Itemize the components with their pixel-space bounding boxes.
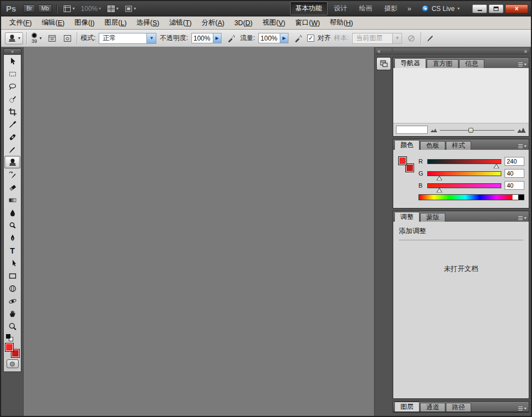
blue-slider[interactable] [427, 183, 501, 188]
toggle-brush-panel-button[interactable] [46, 33, 58, 44]
tab-color[interactable]: 颜色 [394, 140, 420, 150]
screen-mode-dropdown[interactable]: ▾ [123, 5, 138, 13]
opacity-pressure-button[interactable] [225, 33, 237, 44]
tab-navigator[interactable]: 导航器 [394, 58, 426, 68]
navigator-zoom-slider[interactable] [440, 126, 514, 134]
menu-3d[interactable]: 3D(D) [229, 16, 257, 29]
blend-mode-select[interactable]: 正常 ▼ [99, 33, 156, 44]
flow-input[interactable] [259, 35, 280, 42]
rectangle-shape-tool[interactable] [4, 269, 20, 282]
tab-swatches[interactable]: 色板 [420, 141, 445, 150]
menu-select[interactable]: 选择(S) [132, 16, 165, 29]
menu-help[interactable]: 帮助(H) [325, 16, 358, 29]
blue-value-input[interactable] [505, 181, 524, 190]
canvas-area[interactable] [23, 47, 375, 416]
sample-select[interactable]: 当前图层 ▼ [352, 33, 402, 44]
slider-thumb[interactable] [437, 176, 442, 181]
foreground-color-swatch[interactable] [398, 156, 407, 165]
navigator-zoom-input[interactable] [396, 126, 428, 134]
close-button[interactable]: × [505, 4, 528, 13]
red-value-input[interactable] [505, 157, 524, 166]
menu-view[interactable]: 视图(V) [258, 16, 291, 29]
3d-rotate-camera-tool[interactable] [4, 295, 20, 307]
tab-histogram[interactable]: 直方图 [427, 59, 459, 68]
slider-thumb[interactable] [494, 164, 499, 168]
menu-edit[interactable]: 编辑(E) [37, 16, 70, 29]
foreground-color-swatch[interactable] [5, 343, 14, 352]
tab-info[interactable]: 信息 [459, 59, 484, 68]
menu-file[interactable]: 文件(F) [4, 16, 37, 29]
panel-menu-button[interactable] [518, 60, 527, 70]
opacity-input[interactable] [192, 35, 213, 42]
opacity-field[interactable]: ▶ [191, 33, 222, 43]
spot-healing-brush-tool[interactable] [4, 131, 20, 143]
tab-channels[interactable]: 通道 [420, 403, 445, 412]
collapsed-panel-button[interactable] [376, 57, 391, 70]
slider-thumb[interactable] [468, 128, 473, 133]
aligned-checkbox[interactable]: ✓ [307, 35, 314, 42]
tab-styles[interactable]: 样式 [446, 141, 471, 150]
move-tool[interactable] [4, 55, 20, 67]
adjustments-tabbar: 调整 蒙版 [393, 211, 529, 222]
crop-tool[interactable] [4, 105, 20, 118]
minibridge-button[interactable]: Mb [38, 4, 52, 13]
menu-window[interactable]: 窗口(W) [290, 16, 325, 29]
ignore-adjustment-layers-button[interactable] [405, 33, 417, 44]
workspace-tab-design[interactable]: 设计 [329, 2, 353, 15]
restore-button[interactable] [489, 4, 503, 13]
tab-adjustments[interactable]: 调整 [394, 212, 420, 222]
color-spectrum-ramp[interactable] [418, 194, 524, 200]
gradient-tool[interactable] [4, 194, 20, 206]
zoom-tool[interactable] [4, 320, 20, 333]
tools-collapse-header[interactable]: » [4, 49, 21, 55]
bridge-button[interactable]: Br [23, 4, 35, 13]
red-slider[interactable] [427, 159, 501, 164]
airbrush-toggle-button[interactable] [292, 33, 304, 44]
eraser-tool[interactable] [4, 181, 20, 194]
path-selection-tool[interactable] [4, 257, 20, 269]
workspace-tab-painting[interactable]: 绘画 [354, 2, 378, 15]
quick-selection-tool[interactable] [4, 93, 20, 105]
horizontal-type-tool[interactable]: T [4, 244, 20, 257]
zoom-level-dropdown[interactable]: 100% ▾ [79, 5, 103, 13]
3d-object-rotate-tool[interactable] [4, 282, 20, 295]
tab-paths[interactable]: 路径 [446, 403, 471, 412]
toggle-clone-source-button[interactable] [61, 33, 73, 44]
blur-tool[interactable] [4, 206, 20, 219]
rectangular-marquee-tool[interactable] [4, 67, 20, 80]
menu-image[interactable]: 图像(I) [70, 16, 100, 29]
eyedropper-tool[interactable] [4, 118, 20, 131]
minimize-button[interactable] [472, 4, 487, 13]
brush-tool[interactable] [4, 143, 20, 156]
dodge-tool[interactable] [4, 219, 20, 232]
lasso-tool[interactable] [4, 80, 20, 93]
workspace-tab-photography[interactable]: 摄影 [379, 2, 403, 15]
tab-masks[interactable]: 蒙版 [420, 213, 445, 222]
slider-thumb[interactable] [437, 188, 442, 193]
menu-analysis[interactable]: 分析(A) [196, 16, 229, 29]
view-extras-dropdown[interactable]: ▾ [61, 5, 76, 13]
panel-menu-button[interactable] [518, 213, 527, 223]
clone-stamp-tool[interactable] [4, 156, 20, 168]
green-value-input[interactable] [505, 169, 524, 178]
hand-tool[interactable] [4, 307, 20, 320]
flow-field[interactable]: ▶ [258, 33, 288, 43]
history-brush-tool[interactable] [4, 168, 20, 181]
brush-preset-picker[interactable]: 39 ▾ [30, 32, 43, 44]
workspace-overflow-button[interactable]: » [404, 4, 415, 13]
menu-filter[interactable]: 滤镜(T) [164, 16, 196, 29]
menu-layer[interactable]: 图层(L) [100, 16, 132, 29]
arrange-documents-dropdown[interactable]: ▾ [105, 5, 120, 13]
green-slider[interactable] [427, 171, 501, 176]
default-colors-icon[interactable] [6, 334, 13, 341]
collapse-dock-arrows[interactable]: » [393, 48, 529, 55]
toggle-brush-panel-button-2[interactable] [425, 33, 437, 44]
tool-preset-picker[interactable]: ▾ [5, 32, 23, 44]
workspace-tab-essentials[interactable]: 基本功能 [290, 2, 327, 15]
tab-layers[interactable]: 图层 [394, 402, 420, 412]
quick-mask-button[interactable] [7, 359, 19, 368]
panel-menu-button[interactable] [518, 404, 527, 414]
cs-live-dropdown[interactable]: CS Live ▾ [417, 4, 464, 14]
expand-panels-arrows[interactable]: « [376, 48, 392, 55]
pen-tool[interactable] [4, 232, 20, 244]
